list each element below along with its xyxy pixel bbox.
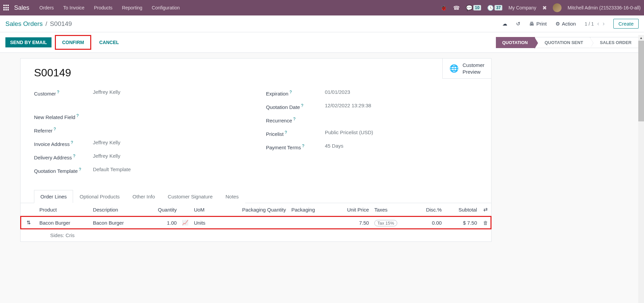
- label-expiration: Expiration ?: [266, 89, 325, 97]
- messages-button[interactable]: 💬 10: [466, 5, 481, 11]
- activities-badge: 37: [495, 5, 502, 10]
- tab-customer-signature[interactable]: Customer Signature: [161, 190, 219, 203]
- scrollbar[interactable]: ▲: [638, 35, 644, 242]
- nav-orders[interactable]: Orders: [39, 5, 54, 10]
- status-bar: QUOTATION QUOTATION SENT SALES ORDER: [496, 37, 639, 48]
- tab-optional-products[interactable]: Optional Products: [73, 190, 126, 203]
- forecast-icon[interactable]: 📈: [182, 220, 189, 225]
- scroll-up-icon[interactable]: ▲: [638, 35, 644, 41]
- label-referrer: Referrer ?: [34, 126, 93, 134]
- action-bar: SEND BY EMAIL CONFIRM CANCEL QUOTATION Q…: [0, 32, 644, 53]
- company-selector[interactable]: My Company: [508, 5, 536, 10]
- section-text[interactable]: Sides: Cris: [37, 229, 491, 241]
- create-button[interactable]: Create: [613, 19, 639, 29]
- avatar[interactable]: [553, 3, 562, 12]
- tools-icon[interactable]: ✖: [542, 5, 547, 11]
- cp-line1: Customer: [463, 62, 484, 69]
- control-actions: ☁ ↺ 🖶Print ⚙Action 1 / 1 ‹ › Create: [502, 19, 639, 29]
- nav-products[interactable]: Products: [94, 5, 112, 10]
- support-icon[interactable]: ☎: [453, 5, 460, 11]
- tab-other-info[interactable]: Other Info: [126, 190, 162, 203]
- form-sheet: 🌐 Customer Preview S00149 Customer ? Jef…: [20, 58, 492, 242]
- columns-options-icon[interactable]: ⇄: [483, 206, 488, 212]
- print-label: Print: [536, 21, 547, 27]
- label-invoice-addr: Invoice Address ?: [34, 140, 93, 147]
- cloud-icon[interactable]: ☁: [502, 21, 507, 27]
- col-taxes: Taxes: [372, 203, 413, 216]
- nav-configuration[interactable]: Configuration: [152, 5, 180, 10]
- status-sales-order[interactable]: SALES ORDER: [590, 37, 639, 48]
- printer-icon: 🖶: [529, 21, 534, 27]
- nav-menu: Orders To Invoice Products Reporting Con…: [39, 5, 440, 10]
- top-nav: Sales Orders To Invoice Products Reporti…: [0, 0, 644, 15]
- tab-notes[interactable]: Notes: [219, 190, 245, 203]
- value-invoice-addr[interactable]: Jeffrey Kelly: [93, 140, 120, 145]
- nav-reporting[interactable]: Reporting: [122, 5, 142, 10]
- customer-preview-button[interactable]: 🌐 Customer Preview: [442, 59, 491, 79]
- status-quotation[interactable]: QUOTATION: [496, 37, 535, 48]
- label-recurrence: Recurrence ?: [266, 116, 325, 123]
- label-delivery-addr: Delivery Address ?: [34, 153, 93, 160]
- col-subtotal: Subtotal: [444, 203, 480, 216]
- confirm-button[interactable]: CONFIRM: [57, 37, 89, 47]
- customer-preview-label: Customer Preview: [463, 62, 484, 75]
- cell-uom[interactable]: Units: [191, 216, 216, 229]
- order-lines-table: Product Description Quantity UoM Packagi…: [21, 203, 491, 241]
- value-customer[interactable]: Jeffrey Kelly: [93, 89, 120, 95]
- cell-pkg-qty[interactable]: [216, 216, 289, 229]
- cell-description[interactable]: Bacon Burger: [90, 216, 144, 229]
- col-pkg-qty: Packaging Quantity: [216, 203, 289, 216]
- messages-badge: 10: [473, 5, 481, 10]
- label-customer: Customer ?: [34, 89, 93, 97]
- tab-order-lines[interactable]: Order Lines: [34, 190, 73, 203]
- cell-subtotal: $ 7.50: [444, 216, 480, 229]
- pager-prev-icon[interactable]: ‹: [597, 20, 599, 27]
- value-pricelist[interactable]: Public Pricelist (USD): [325, 129, 373, 135]
- value-delivery-addr[interactable]: Jeffrey Kelly: [93, 153, 120, 159]
- user-name[interactable]: Mitchell Admin (21523336-16-0-all): [568, 5, 641, 10]
- col-product: Product: [37, 203, 90, 216]
- cancel-button[interactable]: CANCEL: [95, 37, 124, 47]
- drag-handle-icon[interactable]: ⇅: [21, 216, 37, 229]
- app-brand[interactable]: Sales: [14, 4, 29, 11]
- value-payment-terms[interactable]: 45 Days: [325, 143, 343, 149]
- cell-unit-price[interactable]: 7.50: [331, 216, 372, 229]
- confirm-highlight: CONFIRM: [55, 35, 91, 50]
- breadcrumb-parent[interactable]: Sales Orders: [5, 20, 43, 28]
- value-expiration[interactable]: 01/01/2023: [325, 89, 350, 95]
- value-quote-date[interactable]: 12/02/2022 13:29:38: [325, 103, 371, 108]
- pager-next-icon[interactable]: ›: [603, 20, 605, 27]
- bug-icon[interactable]: 🐞: [440, 5, 447, 11]
- gear-icon: ⚙: [555, 21, 560, 27]
- apps-icon[interactable]: [3, 5, 9, 11]
- delete-row-icon[interactable]: 🗑: [483, 220, 488, 226]
- value-quote-tmpl[interactable]: Default Template: [93, 166, 131, 172]
- col-description: Description: [90, 203, 144, 216]
- col-disc: Disc.%: [413, 203, 444, 216]
- col-quantity: Quantity: [144, 203, 179, 216]
- label-quote-date: Quotation Date ?: [266, 103, 325, 110]
- breadcrumb-sep: /: [45, 20, 47, 28]
- tax-pill: Tax 15%: [374, 220, 397, 226]
- scrollbar-thumb[interactable]: [638, 41, 644, 121]
- form-col-left: Customer ? Jeffrey Kelly New Related Fie…: [34, 89, 246, 180]
- activities-button[interactable]: 🕓 37: [487, 5, 502, 11]
- undo-icon[interactable]: ↺: [516, 21, 520, 27]
- col-packaging: Packaging: [289, 203, 331, 216]
- cell-quantity[interactable]: 1.00: [144, 216, 179, 229]
- label-payment-terms: Payment Terms ?: [266, 143, 325, 150]
- action-button[interactable]: ⚙Action: [555, 21, 576, 27]
- cell-disc[interactable]: 0.00: [413, 216, 444, 229]
- main: 🌐 Customer Preview S00149 Customer ? Jef…: [0, 53, 644, 242]
- breadcrumb: Sales Orders / S00149: [5, 20, 72, 28]
- table-row[interactable]: ⇅ Bacon Burger Bacon Burger 1.00 📈 Units…: [21, 216, 491, 229]
- send-email-button[interactable]: SEND BY EMAIL: [5, 37, 52, 47]
- nav-to-invoice[interactable]: To Invoice: [63, 5, 84, 10]
- cp-line2: Preview: [463, 69, 484, 75]
- print-button[interactable]: 🖶Print: [529, 21, 547, 27]
- cell-packaging[interactable]: [289, 216, 331, 229]
- cell-product[interactable]: Bacon Burger: [37, 216, 90, 229]
- cell-taxes[interactable]: Tax 15%: [372, 216, 413, 229]
- control-bar: Sales Orders / S00149 ☁ ↺ 🖶Print ⚙Action…: [0, 15, 644, 32]
- status-quotation-sent[interactable]: QUOTATION SENT: [535, 37, 590, 48]
